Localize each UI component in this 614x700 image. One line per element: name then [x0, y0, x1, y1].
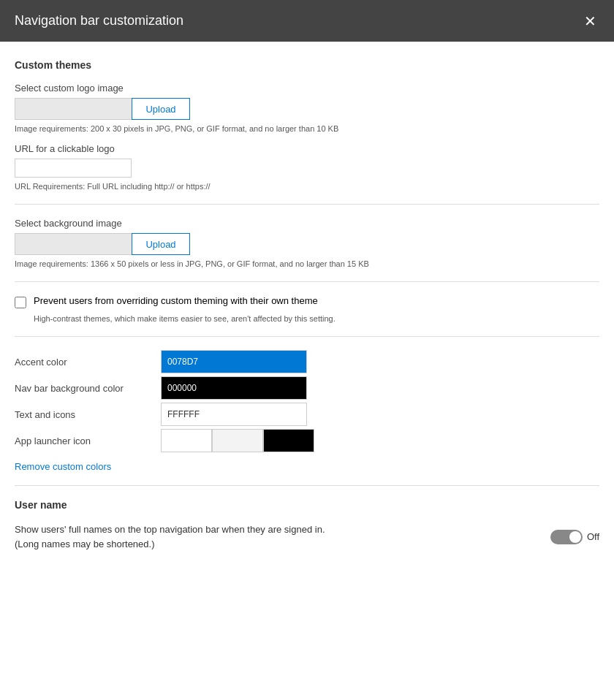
username-section: User name Show users' full names on the …	[15, 499, 599, 551]
logo-upload-button[interactable]: Upload	[132, 98, 190, 120]
navbg-color-value: 000000	[167, 383, 197, 393]
dialog-body: Custom themes Select custom logo image U…	[0, 42, 614, 700]
username-toggle[interactable]	[550, 530, 583, 544]
app-launcher-row: App launcher icon	[15, 429, 599, 452]
logo-file-input[interactable]	[15, 98, 132, 120]
prevent-override-checkbox[interactable]	[15, 297, 26, 308]
logo-label: Select custom logo image	[15, 83, 599, 94]
username-toggle-row: Off	[550, 530, 599, 544]
divider-4	[15, 485, 599, 486]
url-input[interactable]	[15, 159, 132, 178]
bg-upload-row: Upload	[15, 233, 599, 255]
username-desc-line1: Show users' full names on the top naviga…	[15, 524, 325, 535]
app-launcher-swatch-white[interactable]	[161, 429, 212, 452]
accent-color-box[interactable]: 0078D7	[161, 350, 307, 373]
url-hint: URL Requirements: Full URL including htt…	[15, 182, 599, 191]
app-launcher-swatch-lightgray[interactable]	[212, 429, 263, 452]
prevent-override-hint: High-contrast themes, which make items e…	[34, 314, 599, 323]
prevent-override-row: Prevent users from overriding custom the…	[15, 295, 599, 308]
username-toggle-label: Off	[587, 531, 599, 542]
username-row: Show users' full names on the top naviga…	[15, 522, 599, 551]
divider-1	[15, 204, 599, 205]
accent-color-label: Accent color	[15, 357, 161, 368]
text-icons-color-label: Text and icons	[15, 409, 161, 420]
toggle-thumb	[569, 531, 581, 543]
username-section-title: User name	[15, 499, 599, 511]
text-icons-color-row: Text and icons FFFFFF	[15, 403, 599, 426]
username-desc-line2: (Long names may be shortened.)	[15, 539, 155, 549]
url-label: URL for a clickable logo	[15, 143, 599, 154]
dialog: Navigation bar customization ✕ Custom th…	[0, 0, 614, 700]
prevent-override-label: Prevent users from overriding custom the…	[34, 295, 318, 306]
navbg-color-label: Nav bar background color	[15, 383, 161, 394]
divider-3	[15, 336, 599, 337]
remove-custom-colors-link[interactable]: Remove custom colors	[15, 461, 111, 472]
username-description: Show users' full names on the top naviga…	[15, 522, 325, 551]
logo-upload-row: Upload	[15, 98, 599, 120]
bg-hint: Image requirements: 1366 x 50 pixels or …	[15, 259, 599, 268]
app-launcher-swatches	[161, 429, 314, 452]
bg-upload-button[interactable]: Upload	[132, 233, 190, 255]
divider-2	[15, 281, 599, 282]
text-icons-color-value: FFFFFF	[167, 409, 200, 419]
accent-color-value: 0078D7	[167, 357, 198, 367]
text-icons-color-box[interactable]: FFFFFF	[161, 403, 307, 426]
bg-label: Select background image	[15, 218, 599, 229]
logo-hint: Image requirements: 200 x 30 pixels in J…	[15, 124, 599, 133]
app-launcher-swatch-black[interactable]	[263, 429, 314, 452]
dialog-title: Navigation bar customization	[15, 13, 183, 28]
colors-section: Accent color 0078D7 Nav bar background c…	[15, 350, 599, 472]
close-button[interactable]: ✕	[581, 14, 599, 28]
app-launcher-label: App launcher icon	[15, 435, 161, 446]
bg-file-input[interactable]	[15, 233, 132, 255]
accent-color-row: Accent color 0078D7	[15, 350, 599, 373]
custom-themes-title: Custom themes	[15, 59, 599, 71]
navbg-color-row: Nav bar background color 000000	[15, 376, 599, 400]
navbg-color-box[interactable]: 000000	[161, 376, 307, 400]
dialog-header: Navigation bar customization ✕	[0, 0, 614, 42]
